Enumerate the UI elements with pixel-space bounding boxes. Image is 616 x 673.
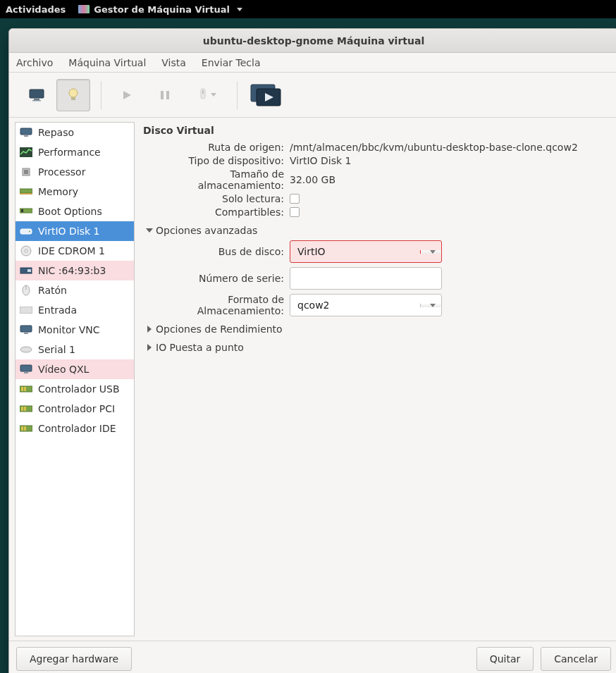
sidebar-item-performance[interactable]: Performance (16, 142, 134, 162)
svg-rect-43 (21, 426, 23, 431)
power-icon (198, 88, 208, 102)
app-menu-label: Gestor de Máquina Virtual (94, 4, 230, 15)
sidebar-item-ide-ctrl[interactable]: Controlador IDE (16, 419, 134, 438)
svg-rect-7 (166, 91, 169, 99)
hardware-sidebar[interactable]: RepasoPerformanceProcessorMemoryBoot Opt… (15, 122, 135, 636)
sidebar-item-raton[interactable]: Ratón (16, 280, 134, 300)
sidebar-item-ide-cdrom-1[interactable]: IDE CDROM 1 (16, 241, 134, 261)
pause-button[interactable] (148, 79, 182, 111)
sidebar-item-label: Boot Options (38, 206, 102, 217)
sidebar-item-processor[interactable]: Processor (16, 162, 134, 182)
cancel-button[interactable]: Cancelar (541, 647, 611, 671)
cpu-icon (20, 166, 32, 178)
chevron-down-icon (211, 93, 216, 97)
sidebar-item-repaso[interactable]: Repaso (16, 123, 134, 142)
label-storage-size: Tamaño de almacenamiento: (143, 168, 284, 191)
menu-sendkey[interactable]: Enviar Tecla (202, 57, 261, 68)
chevron-down-icon (237, 8, 242, 11)
expander-io-tuning[interactable]: IO Puesta a punto (147, 342, 604, 353)
sidebar-item-label: Serial 1 (38, 344, 75, 355)
svg-point-23 (29, 231, 30, 233)
footer: Agregar hardware Quitar Cancelar (9, 641, 616, 673)
value-source-path: /mnt/almacen/bbc/kvm/ubuntu-desktop-base… (290, 142, 578, 153)
sidebar-item-label: Vídeo QXL (38, 364, 89, 375)
run-button[interactable] (110, 79, 144, 111)
serial-icon (20, 344, 32, 355)
svg-rect-19 (20, 193, 32, 195)
expander-arrow-icon (147, 344, 152, 351)
menubar: Archivo Máquina Virtual Vista Enviar Tec… (9, 53, 616, 73)
sidebar-item-label: VirtIO Disk 1 (38, 226, 99, 237)
sidebar-item-memory[interactable]: Memory (16, 182, 134, 202)
ctrl-icon (20, 403, 32, 414)
monitor-icon (20, 324, 32, 335)
expander-arrow-icon (146, 228, 153, 233)
chevron-down-icon (430, 250, 436, 254)
sidebar-item-video-qxl[interactable]: Vídeo QXL (16, 359, 134, 379)
sidebar-item-pci-ctrl[interactable]: Controlador PCI (16, 399, 134, 419)
svg-rect-18 (20, 189, 32, 193)
storage-format-value: qcow2 (290, 300, 420, 311)
sidebar-item-label: Controlador USB (38, 383, 120, 395)
shutdown-button[interactable] (186, 79, 228, 111)
ram-icon (20, 186, 32, 197)
svg-rect-34 (20, 365, 32, 371)
menu-file[interactable]: Archivo (16, 57, 53, 68)
svg-rect-31 (20, 326, 32, 332)
sidebar-item-usb-ctrl[interactable]: Controlador USB (16, 379, 134, 399)
menu-vm[interactable]: Máquina Virtual (68, 57, 146, 68)
svg-rect-27 (27, 269, 31, 272)
svg-rect-14 (24, 135, 28, 137)
expander-performance-label: Opciones de Rendimiento (156, 323, 283, 335)
sidebar-item-boot[interactable]: Boot Options (16, 202, 134, 221)
svg-rect-35 (24, 372, 28, 373)
storage-format-combo[interactable]: qcow2 (290, 294, 442, 316)
svg-rect-37 (21, 387, 23, 391)
shareable-checkbox[interactable] (290, 207, 300, 217)
app-menu[interactable]: Gestor de Máquina Virtual (78, 4, 242, 15)
add-hardware-label: Agregar hardware (30, 653, 118, 665)
activities-button[interactable]: Actividades (6, 4, 66, 15)
svg-rect-4 (71, 97, 75, 100)
svg-point-25 (25, 249, 27, 252)
menu-view[interactable]: Vista (161, 57, 186, 68)
details-pane: Disco Virtual Ruta de origen:/mnt/almace… (135, 118, 616, 641)
toolbar (9, 73, 616, 118)
sidebar-item-label: Entrada (38, 304, 77, 316)
readonly-checkbox[interactable] (290, 194, 300, 204)
console-view-button[interactable] (20, 79, 54, 111)
svg-rect-44 (24, 426, 26, 431)
expander-advanced[interactable]: Opciones avanzadas (147, 225, 604, 236)
sidebar-item-monitor-vnc[interactable]: Monitor VNC (16, 320, 134, 340)
sidebar-item-entrada[interactable]: Entrada (16, 300, 134, 320)
gnome-topbar: Actividades Gestor de Máquina Virtual (0, 0, 616, 18)
sidebar-item-label: Repaso (38, 127, 74, 138)
label-shareable: Compartibles: (143, 206, 284, 218)
svg-rect-30 (20, 307, 32, 314)
monitor-icon (20, 127, 32, 138)
cancel-label: Cancelar (554, 653, 598, 665)
snapshots-button[interactable] (246, 79, 285, 111)
sidebar-item-serial-1[interactable]: Serial 1 (16, 340, 134, 359)
svg-rect-13 (20, 128, 32, 135)
window-title: ubuntu-desktop-gnome Máquina virtual (203, 35, 424, 47)
label-readonly: Solo lectura: (143, 193, 284, 204)
expander-performance[interactable]: Opciones de Rendimiento (147, 323, 604, 335)
add-hardware-button[interactable]: Agregar hardware (16, 647, 132, 671)
label-device-type: Tipo de dispositivo: (143, 155, 284, 166)
chart-icon (20, 147, 32, 158)
remove-button[interactable]: Quitar (476, 647, 534, 671)
sidebar-item-nic[interactable]: NIC :64:93:b3 (16, 261, 134, 280)
expander-io-tuning-label: IO Puesta a punto (156, 342, 244, 353)
toolbar-divider (101, 81, 101, 109)
serial-input[interactable] (290, 267, 442, 290)
lightbulb-icon (67, 87, 80, 103)
details-view-button[interactable] (56, 79, 90, 111)
keyboard-icon (20, 304, 32, 316)
window-titlebar[interactable]: ubuntu-desktop-gnome Máquina virtual (9, 29, 616, 53)
sidebar-item-virtio-disk-1[interactable]: VirtIO Disk 1 (16, 221, 134, 241)
vmm-app-icon (78, 5, 90, 13)
disk-bus-combo[interactable]: VirtIO (290, 240, 442, 263)
snapshots-icon (250, 83, 282, 107)
sidebar-item-label: NIC :64:93:b3 (38, 265, 106, 276)
